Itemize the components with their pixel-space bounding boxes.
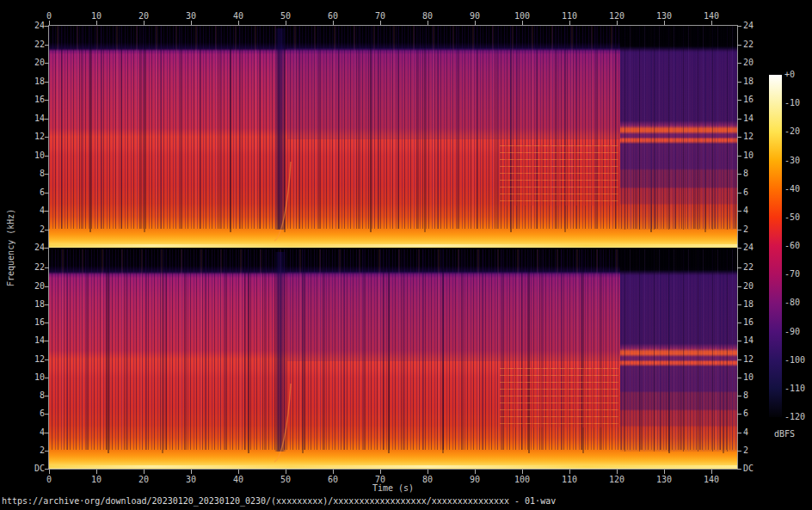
- freq-tick-label-right: 20: [743, 58, 754, 68]
- freq-tick-mark-right: [737, 156, 741, 157]
- harmonic-comb-region: [500, 368, 618, 427]
- freq-tick-mark-right: [737, 211, 741, 212]
- time-tick-mark: [144, 21, 145, 25]
- freq-tick-label-right: 8: [743, 390, 748, 401]
- freq-tick-mark-left: [45, 451, 49, 452]
- freq-tick-mark-left: [45, 82, 49, 83]
- freq-tick-label-left: 10: [15, 372, 45, 383]
- freq-tick-label-left: 18: [15, 77, 45, 87]
- freq-tick-label-left: 20: [15, 281, 45, 292]
- dc-energy-line: [49, 465, 737, 468]
- freq-tick-label-right: 12: [743, 132, 754, 142]
- time-tick-mark: [664, 21, 665, 25]
- time-tick-mark: [569, 470, 570, 474]
- freq-tick-mark-left: [45, 414, 49, 415]
- freq-tick-label-right: 8: [743, 169, 748, 179]
- freq-tick-mark-right: [737, 323, 741, 323]
- time-tick-mark: [333, 470, 334, 474]
- freq-tick-mark-left: [45, 341, 49, 341]
- freq-tick-label-right: 12: [743, 354, 754, 365]
- freq-tick-label-left: 16: [15, 95, 45, 105]
- freq-tick-label-left: 2: [15, 445, 45, 456]
- freq-tick-mark-right: [737, 378, 741, 378]
- time-tick-mark: [617, 470, 618, 474]
- freq-tick-mark-left: [45, 119, 49, 120]
- freq-tick-label-right: 16: [743, 95, 754, 105]
- freq-tick-label-left: 18: [15, 299, 45, 310]
- colorbar-tick-label: -30: [784, 156, 800, 166]
- freq-tick-mark-left: [45, 267, 49, 268]
- colorbar-tick-label: -120: [784, 412, 805, 422]
- freq-tick-mark-right: [737, 248, 741, 249]
- time-tick-mark: [286, 21, 286, 25]
- freq-tick-label-left: 12: [15, 132, 45, 142]
- freq-tick-mark-right: [737, 26, 741, 27]
- freq-tick-label-left: 10: [15, 151, 45, 161]
- freq-tick-mark-left: [45, 286, 49, 287]
- freq-tick-mark-left: [45, 156, 49, 157]
- freq-tick-label-left: 20: [15, 58, 45, 68]
- time-tick-mark: [569, 21, 570, 25]
- colorbar-tick-label: -40: [784, 184, 800, 194]
- freq-tick-label-right: 24: [743, 243, 754, 253]
- freq-tick-mark-left: [45, 193, 49, 194]
- freq-tick-mark-left: [45, 63, 49, 64]
- time-tick-mark: [191, 21, 192, 25]
- freq-tick-mark-right: [737, 45, 741, 46]
- freq-tick-mark-right: [737, 267, 741, 268]
- time-tick-mark: [475, 470, 476, 474]
- freq-tick-label-right: 6: [743, 187, 748, 198]
- colorbar-tick-label: -110: [784, 384, 805, 394]
- time-tick-mark: [49, 21, 50, 25]
- freq-tick-label-left: 4: [15, 206, 45, 216]
- freq-tick-mark-right: [737, 230, 741, 230]
- quiet-outro-region: [620, 249, 737, 452]
- freq-tick-label-left: 16: [15, 317, 45, 328]
- time-tick-mark: [238, 21, 239, 25]
- freq-tick-mark-right: [737, 451, 741, 452]
- colorbar-tick-label: -90: [784, 327, 800, 337]
- time-tick-mark: [238, 470, 239, 474]
- freq-tick-label-left: 14: [15, 335, 45, 346]
- post-gap-region-tint: [287, 48, 621, 139]
- harmonic-comb-region: [500, 145, 618, 206]
- time-tick-mark: [96, 470, 97, 474]
- freq-tick-label-right: 2: [743, 445, 748, 456]
- freq-tick-mark-right: [737, 341, 741, 341]
- freq-tick-mark-left: [45, 45, 49, 46]
- freq-tick-label-right: 14: [743, 114, 754, 124]
- freq-tick-label-right: 24: [743, 21, 754, 31]
- colorbar-unit-label: dBFS: [774, 429, 795, 439]
- freq-tick-label-right: 16: [743, 317, 754, 328]
- freq-tick-label-left: 8: [15, 390, 45, 401]
- freq-tick-mark-right: [737, 137, 741, 138]
- freq-tick-label-left: 24: [15, 21, 45, 31]
- post-gap-region-tint: [287, 272, 621, 362]
- freq-tick-mark-right: [737, 414, 741, 415]
- freq-tick-label-left: 22: [15, 262, 45, 273]
- freq-tick-mark-left: [45, 378, 49, 378]
- time-tick-mark: [428, 21, 428, 25]
- colorbar-tick-label: -70: [784, 269, 800, 280]
- freq-tick-label-left: 2: [15, 224, 45, 235]
- spectrogram-panel-left-channel: [49, 26, 737, 248]
- freq-tick-label-right: DC: [743, 464, 754, 474]
- freq-tick-label-right: 10: [743, 372, 754, 383]
- freq-tick-label-right: 18: [743, 77, 754, 87]
- dbfs-colorbar-gradient: [769, 75, 782, 417]
- freq-tick-label-right: 6: [743, 409, 748, 419]
- time-tick-mark: [711, 21, 712, 25]
- colorbar-tick-label: -50: [784, 212, 800, 223]
- freq-tick-label-right: 14: [743, 335, 754, 346]
- freq-tick-mark-right: [737, 433, 741, 433]
- freq-tick-mark-right: [737, 286, 741, 287]
- file-url-text: https://archive·org/download/20230120_20…: [2, 496, 556, 507]
- colorbar-tick-label: -80: [784, 298, 800, 308]
- freq-tick-mark-left: [45, 433, 49, 433]
- spectrogram-window: Frequency (kHz) 010203040506070809010011…: [0, 0, 812, 510]
- freq-tick-label-right: 4: [743, 206, 748, 216]
- freq-tick-mark-right: [737, 396, 741, 396]
- freq-tick-mark-left: [45, 174, 49, 175]
- time-tick-mark: [286, 470, 286, 474]
- freq-tick-label-right: 22: [743, 262, 754, 273]
